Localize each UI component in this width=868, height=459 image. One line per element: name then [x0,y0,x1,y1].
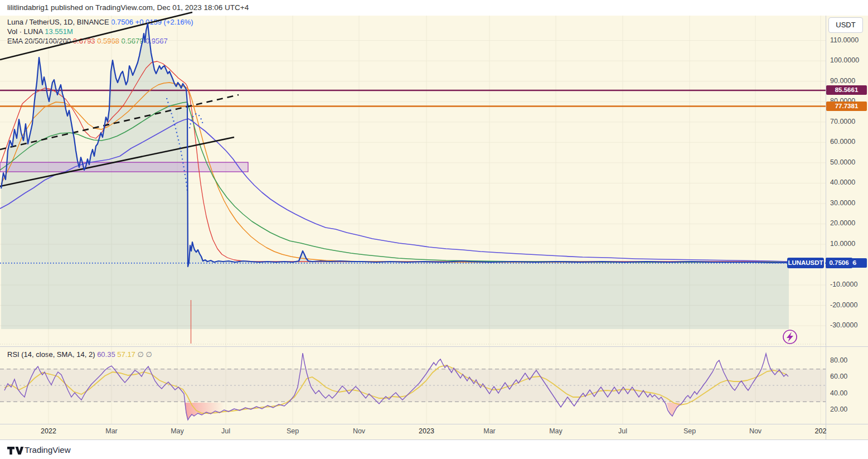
price-tick-40: 40.0000 [830,178,855,186]
lightning-boost-icon[interactable] [783,330,797,344]
currency-toggle-button[interactable]: USDT [828,17,863,33]
price-tick-70: 70.0000 [830,118,855,125]
time-tick-May: May [549,427,562,435]
upper-trendline[interactable] [0,12,192,60]
time-tick-May: May [171,427,184,435]
price-tick-20: 20.0000 [830,219,855,227]
price-tick-10: 10.0000 [830,240,855,248]
price-tick-110: 110.0000 [830,36,859,44]
price-tick-90: 90.0000 [830,77,855,85]
time-tick-Nov: Nov [749,427,762,435]
time-tick-Mar: Mar [105,427,118,435]
price-tick--20: -20.0000 [830,301,857,309]
price-tick-30: 30.0000 [830,199,855,207]
price-tick--10: -10.0000 [830,281,857,288]
price-tick-60: 60.0000 [830,138,855,146]
rsi-tick-60: 60.00 [830,373,847,380]
time-tick-Sep: Sep [287,427,299,435]
price-badge-85.5661: 85.5661 [826,85,867,95]
time-tick-202: 202 [815,427,827,435]
time-tick-2022: 2022 [41,427,56,435]
chart-canvas[interactable] [0,0,868,459]
time-tick-Mar: Mar [483,427,496,435]
time-tick-2023: 2023 [419,427,434,435]
symbol-price-value: 0.7506 [826,258,852,268]
price-badge-77.7381: 77.7381 [826,102,867,111]
rsi-tick-20: 20.00 [830,405,847,413]
price-tick--30: -30.0000 [830,321,857,329]
price-tick-100: 100.0000 [830,56,859,64]
tradingview-screenshot: lilitlindabrig1 published on TradingView… [0,0,868,459]
price-area-fill [1,23,789,329]
time-tick-Jul: Jul [618,427,627,435]
time-tick-Nov: Nov [353,427,365,435]
symbol-price-label: LUNAUSDT [787,258,824,268]
time-axis[interactable] [0,424,826,440]
time-tick-Sep: Sep [683,427,696,435]
rsi-oversold-fill-crash [185,403,225,420]
price-tick-50: 50.0000 [830,158,855,166]
rsi-tick-40: 40.00 [830,389,847,397]
time-tick-Jul: Jul [221,427,230,435]
rsi-tick-80: 80.00 [830,356,847,364]
tradingview-brand[interactable]: TradingView [25,445,71,455]
